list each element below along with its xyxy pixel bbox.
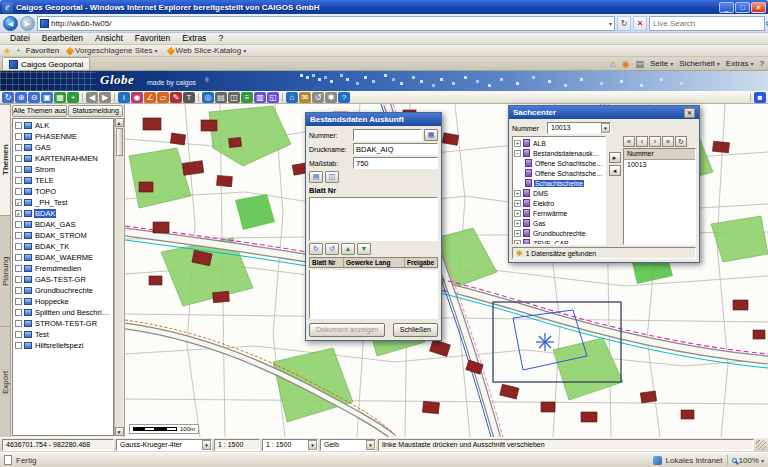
sachcenter-tree-item[interactable]: ZEVE_CAP [514, 238, 604, 245]
layer-item[interactable]: Grundbuchrechte [14, 285, 112, 296]
zoom-out-icon[interactable]: ⊖ [28, 92, 40, 103]
layer-checkbox[interactable] [15, 243, 22, 250]
nummer-input[interactable] [353, 129, 422, 141]
sachcenter-tree-item[interactable]: ALB [514, 138, 604, 148]
save-icon[interactable]: ◫ [325, 171, 339, 183]
layer-checkbox[interactable] [15, 221, 22, 228]
layer-item[interactable]: STROM-TEST-GR [14, 318, 112, 329]
sachcenter-nummer-combo[interactable]: 10013 ▾ [547, 122, 611, 134]
scale-combo[interactable]: 1 : 1500 ▾ [262, 439, 318, 451]
move-right-icon[interactable]: ▸ [609, 152, 621, 163]
layer-checkbox[interactable] [15, 254, 22, 261]
layer-item[interactable]: KARTENRAHMEN [14, 153, 112, 164]
chevron-down-icon[interactable]: ▾ [308, 440, 317, 450]
crs-combo[interactable]: Gauss-Krueger-4ter ▾ [116, 439, 212, 451]
close-dialog-button[interactable]: Schließen [393, 323, 438, 337]
print-icon[interactable]: ▤ [215, 92, 227, 103]
layer-checkbox[interactable] [15, 177, 22, 184]
help-tool-icon[interactable]: ? [338, 92, 350, 103]
chevron-down-icon[interactable]: ▾ [202, 440, 211, 450]
expander-icon[interactable] [514, 200, 521, 207]
massstab-input[interactable] [353, 157, 438, 169]
layer-item[interactable]: GAS [14, 142, 112, 153]
layer-item[interactable]: Fremdmedien [14, 263, 112, 274]
add-favorite-icon[interactable]: + [16, 46, 21, 56]
layer-checkbox[interactable] [15, 144, 22, 151]
command-extras[interactable]: Extras ▾ [726, 59, 754, 68]
scrollbar-thumb[interactable] [116, 128, 123, 156]
row-up-icon[interactable]: ▲ [341, 243, 355, 255]
redraw-icon[interactable]: ↻ [2, 92, 14, 103]
sachcenter-tree-item[interactable]: Schachtscheine [514, 178, 604, 188]
layer-checkbox[interactable] [15, 287, 22, 294]
last-record-icon[interactable]: » [662, 136, 674, 147]
layer-item[interactable]: Test [14, 329, 112, 340]
druckname-input[interactable] [353, 143, 438, 155]
sachcenter-tree-item[interactable]: Offene Schachtscheine nach Verw [514, 158, 604, 168]
layer-checkbox[interactable] [15, 199, 22, 206]
close-button[interactable]: ✕ [751, 2, 766, 13]
layer-checkbox[interactable] [15, 122, 22, 129]
layer-checkbox[interactable] [15, 342, 22, 349]
layer-checkbox[interactable] [15, 276, 22, 283]
expander-icon[interactable] [514, 150, 521, 157]
url-dropdown-icon[interactable]: ▾ [609, 20, 612, 27]
column-blatt-nr[interactable]: Blatt Nr [310, 258, 344, 267]
undo-icon[interactable]: ↺ [312, 92, 324, 103]
show-document-button[interactable]: Dokument anzeigen [309, 323, 385, 337]
scroll-down-icon[interactable]: ▼ [115, 427, 124, 436]
help-button[interactable]: ? [760, 59, 764, 68]
tab-caigos-geoportal[interactable]: Caigos Geoportal [2, 57, 90, 70]
forward-button[interactable]: ▶ [20, 16, 35, 31]
redline-icon[interactable]: ✎ [170, 92, 182, 103]
expander-icon[interactable] [514, 140, 521, 147]
layer-checkbox[interactable] [15, 166, 22, 173]
back-button[interactable]: ◀ [3, 16, 18, 31]
menu-datei[interactable]: Datei [4, 33, 36, 44]
sachcenter-tree-item[interactable]: Bestandsdatenauskunft [514, 148, 604, 158]
row-down-icon[interactable]: ▼ [357, 243, 371, 255]
sheet-icon[interactable]: ▤ [309, 171, 323, 183]
minimize-button[interactable]: _ [719, 2, 734, 13]
menu-bearbeiten[interactable]: Bearbeiten [36, 33, 89, 44]
expander-icon[interactable] [514, 230, 521, 237]
sachcenter-tree-item[interactable]: Fernwärme [514, 208, 604, 218]
info-icon[interactable]: i [118, 92, 130, 103]
grid-header-nummer[interactable]: Nummer [624, 149, 695, 160]
layer-item[interactable]: BDAK_TK [14, 241, 112, 252]
layer-item[interactable]: TOPO [14, 186, 112, 197]
chevron-down-icon[interactable]: ▾ [761, 457, 764, 464]
expander-icon[interactable] [514, 190, 521, 197]
address-field[interactable]: ▾ [37, 16, 615, 31]
blatt-nr-listbox[interactable] [309, 197, 438, 241]
feeds-icon[interactable]: ◉ [622, 59, 630, 69]
settings-icon[interactable]: ✱ [325, 92, 337, 103]
layer-item[interactable]: GAS-TEST-GR [14, 274, 112, 285]
sachcenter-tree-item[interactable]: DMS [514, 188, 604, 198]
zoom-full-extent-icon[interactable]: ▦ [54, 92, 66, 103]
command-sicherheit[interactable]: Sicherheit ▾ [679, 59, 720, 68]
layer-checkbox[interactable] [15, 331, 22, 338]
vtab-export[interactable]: Export [0, 326, 10, 437]
dock-panel-icon[interactable]: ■ [754, 92, 766, 103]
sachcenter-titlebar[interactable]: Sachcenter ✕ [509, 106, 699, 119]
layer-item[interactable]: Splitten und Beschriftungstest [14, 307, 112, 318]
previous-record-icon[interactable]: ‹ [636, 136, 648, 147]
sachcenter-tree-item[interactable]: Gas [514, 218, 604, 228]
select-icon[interactable]: ◉ [131, 92, 143, 103]
pick-from-map-icon[interactable]: ▦ [424, 129, 438, 141]
layer-checkbox[interactable] [15, 232, 22, 239]
mail-icon[interactable]: ✉ [299, 92, 311, 103]
search-box[interactable] [649, 16, 765, 31]
next-record-icon[interactable]: › [649, 136, 661, 147]
print-icon[interactable]: ▤ [636, 59, 645, 69]
stop-button[interactable]: ✕ [633, 16, 647, 31]
grid-row[interactable]: 10013 [624, 160, 695, 170]
legend-icon[interactable]: ▥ [254, 92, 266, 103]
all-themes-off-button[interactable]: Alle Themen aus [12, 105, 67, 117]
toolbar-icon[interactable] [82, 93, 83, 102]
layer-item[interactable]: Strom [14, 164, 112, 175]
sachcenter-tree-item[interactable]: Offene Schachtscheine (alle) [514, 168, 604, 178]
column-freigabe[interactable]: Freigabe [405, 258, 437, 267]
save-icon[interactable]: ◫ [228, 92, 240, 103]
